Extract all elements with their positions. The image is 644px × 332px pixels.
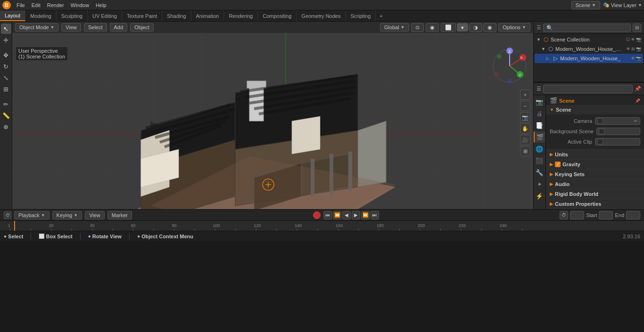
- menu-edit[interactable]: Edit: [28, 1, 44, 9]
- options-btn[interactable]: Options ▼: [498, 23, 530, 32]
- tab-modeling[interactable]: Modeling: [25, 10, 57, 21]
- start-frame-input[interactable]: 1: [599, 211, 613, 219]
- timeline-ruler[interactable]: [0, 221, 644, 231]
- active-clip-swatch[interactable]: [597, 139, 603, 145]
- physics-props-icon[interactable]: ⚡: [534, 190, 545, 202]
- bg-scene-prop-value[interactable]: [596, 128, 640, 135]
- menu-render[interactable]: Render: [44, 1, 67, 9]
- tab-compositing[interactable]: Compositing: [258, 10, 297, 21]
- add-menu-btn[interactable]: Add: [110, 23, 128, 32]
- props-mode-icon[interactable]: ☰: [537, 86, 541, 92]
- add-tool[interactable]: ⊕: [1, 121, 11, 132]
- jump-to-end-btn[interactable]: ⏭: [371, 211, 379, 219]
- tab-shading[interactable]: Shading: [162, 10, 191, 21]
- object-menu-btn[interactable]: Object: [130, 23, 154, 32]
- camera-orbit-btn[interactable]: 🎥: [520, 135, 530, 145]
- custom-props-header[interactable]: ▶ Custom Properties: [546, 199, 644, 209]
- current-frame-input[interactable]: 1: [570, 211, 584, 219]
- hand-pan-btn[interactable]: ✋: [520, 123, 530, 134]
- particles-props-icon[interactable]: ✦: [534, 178, 545, 190]
- record-btn[interactable]: [313, 211, 321, 219]
- row1-render-btn[interactable]: 📷: [636, 56, 641, 61]
- outliner-row-0[interactable]: ▼ ⬡ Modern_Wooden_House_with 👁 ⊞ 📷: [535, 44, 643, 54]
- row0-exclude-btn[interactable]: ⊞: [631, 47, 635, 51]
- step-forward-btn[interactable]: ⏩: [361, 211, 370, 219]
- row0-hide-btn[interactable]: 👁: [626, 47, 630, 51]
- view-lock-btn[interactable]: ⊞: [520, 146, 530, 156]
- bg-scene-swatch[interactable]: [599, 129, 604, 134]
- marker-btn[interactable]: Marker: [107, 211, 132, 219]
- row1-hide-btn[interactable]: 👁: [631, 56, 635, 61]
- camera-color-swatch[interactable]: [597, 118, 603, 124]
- view-layer-props-icon[interactable]: 📑: [534, 120, 545, 131]
- props-pin-btn[interactable]: 📌: [635, 86, 641, 92]
- viewport-proportional-btn[interactable]: ◉: [426, 23, 439, 32]
- output-props-icon[interactable]: 🖨: [534, 108, 545, 119]
- move-tool[interactable]: ✥: [1, 50, 11, 60]
- units-section-header[interactable]: ▶ Units: [546, 150, 644, 159]
- outliner-row-1[interactable]: ▷ ▷ Modern_Wooden_House_ 👁 📷: [535, 54, 643, 63]
- keying-btn[interactable]: Keying ▼: [52, 211, 83, 219]
- camera-prop-value[interactable]: ✏: [595, 117, 640, 125]
- material-mode-btn[interactable]: ◑: [469, 23, 482, 32]
- outliner-render-btn[interactable]: 📷: [636, 37, 641, 42]
- render-props-icon[interactable]: 📷: [534, 96, 545, 107]
- transform-tool[interactable]: ⊞: [1, 84, 11, 94]
- tab-uv-editing[interactable]: UV Editing: [88, 10, 122, 21]
- camera-view-btn[interactable]: 📷: [520, 112, 530, 122]
- playback-btn[interactable]: Playback ▼: [14, 211, 50, 219]
- tab-animation[interactable]: Animation: [191, 10, 224, 21]
- view-btn[interactable]: View: [85, 211, 105, 219]
- scene-section-header[interactable]: ▼ Scene: [546, 105, 644, 114]
- keying-sets-header[interactable]: ▶ Keying Sets: [546, 170, 644, 179]
- menu-help[interactable]: Help: [92, 1, 110, 9]
- tab-geometry-nodes[interactable]: Geometry Nodes: [297, 10, 346, 21]
- end-frame-input[interactable]: 250: [626, 211, 640, 219]
- frame-time-toggle[interactable]: ⏱: [560, 211, 568, 219]
- viewport-area[interactable]: Object Mode ▼ View Select Add Object Glo…: [12, 22, 533, 209]
- add-workspace-button[interactable]: +: [376, 12, 386, 20]
- rigid-body-header[interactable]: ▶ Rigid Body World: [546, 189, 644, 199]
- row0-render-btn[interactable]: 📷: [636, 47, 641, 51]
- play-btn[interactable]: ▶: [352, 211, 360, 219]
- tab-layout[interactable]: Layout: [0, 10, 25, 21]
- scene-props-icon[interactable]: 🎬: [534, 131, 545, 143]
- outliner-exclude-btn[interactable]: ☑: [626, 37, 630, 42]
- scale-tool[interactable]: ⤡: [1, 73, 11, 83]
- tab-texture-paint[interactable]: Texture Paint: [122, 10, 162, 21]
- tab-scripting[interactable]: Scripting: [346, 10, 376, 21]
- cursor-tool[interactable]: ✛: [1, 35, 11, 45]
- outliner-filter-btn[interactable]: ⊟: [633, 24, 641, 32]
- zoom-in-btn[interactable]: +: [520, 89, 530, 100]
- menu-file[interactable]: File: [13, 1, 28, 9]
- gravity-section-header[interactable]: ▶ ✓ Gravity: [546, 160, 644, 169]
- object-props-icon[interactable]: ⬛: [534, 155, 545, 166]
- measure-tool[interactable]: 📏: [1, 110, 11, 121]
- timeline-playhead[interactable]: [14, 221, 15, 231]
- scene-selector[interactable]: Scene ▼: [571, 1, 600, 9]
- active-clip-prop-value[interactable]: [595, 138, 640, 146]
- world-props-icon[interactable]: 🌐: [534, 143, 545, 154]
- props-search-input[interactable]: [543, 85, 633, 93]
- navigation-gizmo[interactable]: X Y Z: [491, 47, 528, 85]
- camera-edit-icon[interactable]: ✏: [634, 119, 638, 123]
- outliner-row-scene-collection[interactable]: ▼ ⬡ Scene Collection ☑ 👁 📷: [535, 35, 643, 44]
- wireframe-mode-btn[interactable]: ⬜: [441, 23, 456, 32]
- render-mode-btn[interactable]: ◉: [483, 23, 496, 32]
- jump-to-start-btn[interactable]: ⏮: [323, 211, 332, 219]
- outliner-hide-btn[interactable]: 👁: [631, 37, 635, 42]
- view-menu-btn[interactable]: View: [61, 23, 81, 32]
- select-tool[interactable]: ↖: [1, 24, 11, 34]
- tab-sculpting[interactable]: Sculpting: [57, 10, 88, 21]
- play-reverse-btn[interactable]: ◀: [342, 211, 351, 219]
- tab-rendering[interactable]: Rendering: [224, 10, 258, 21]
- solid-mode-btn[interactable]: ●: [457, 23, 469, 32]
- outliner-mode-icon[interactable]: ☰: [537, 24, 541, 31]
- select-menu-btn[interactable]: Select: [84, 23, 107, 32]
- viewport-snap-btn[interactable]: ⊙: [411, 23, 424, 32]
- annotate-tool[interactable]: ✏: [1, 99, 11, 109]
- gravity-checkbox[interactable]: ✓: [555, 162, 561, 167]
- audio-section-header[interactable]: ▶ Audio: [546, 179, 644, 189]
- scene-pin-icon[interactable]: 📌: [635, 98, 640, 103]
- menu-window[interactable]: Window: [67, 1, 92, 9]
